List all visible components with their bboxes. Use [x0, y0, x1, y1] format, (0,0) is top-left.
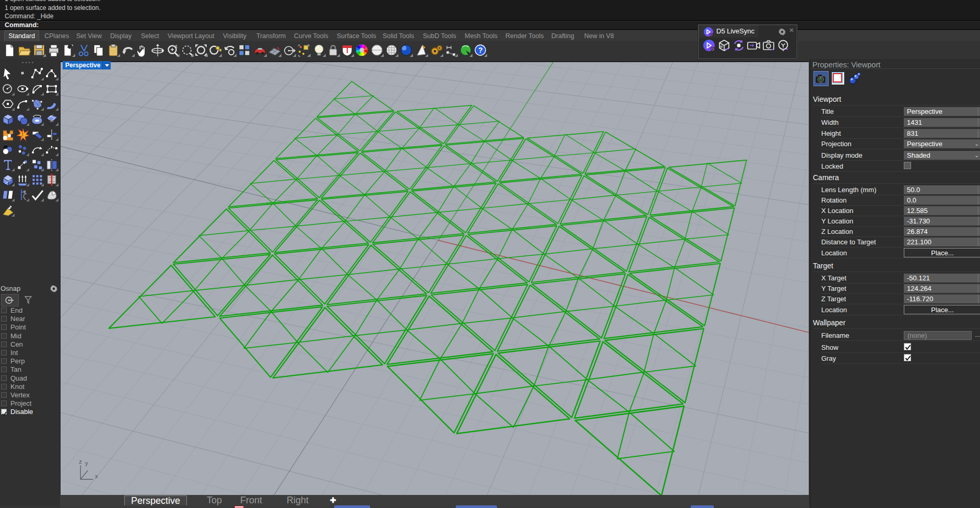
- svg-text:z: z: [79, 458, 81, 465]
- svg-text:?: ?: [478, 46, 483, 54]
- svg-text:y: y: [85, 460, 88, 466]
- svg-text:x: x: [95, 473, 98, 479]
- svg-text:±: ±: [175, 43, 178, 49]
